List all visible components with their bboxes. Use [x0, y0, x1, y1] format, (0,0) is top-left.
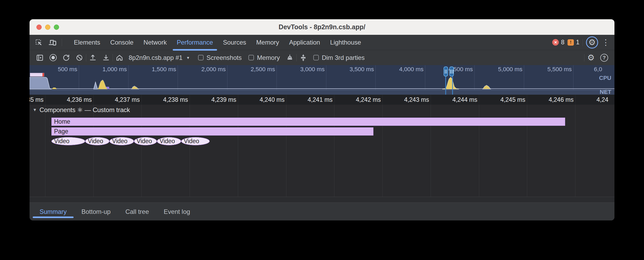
disclosure-triangle-icon: ▼	[33, 108, 37, 112]
feedback-button[interactable]: ?	[599, 53, 609, 62]
overview-tick: 3,000 ms	[290, 66, 325, 73]
screenshots-checkbox[interactable]	[198, 55, 204, 60]
tab-bottom-up[interactable]: Bottom-up	[74, 203, 118, 220]
memory-checkbox[interactable]	[248, 55, 254, 60]
custom-track-header[interactable]: ▼ Components ⚛ — Custom track	[33, 106, 130, 114]
ruler-tick: 4,24	[597, 95, 614, 105]
flame-chart-area[interactable]: ▼ Components ⚛ — Custom track Home Page …	[30, 105, 614, 197]
history-selected-item: 8p2n9n.csb.app #1	[129, 54, 182, 61]
timeline-overview[interactable]: 500 ms 1,000 ms 1,500 ms 2,000 ms 2,500 …	[30, 65, 614, 95]
error-icon: ✕	[552, 39, 559, 46]
clear-icon	[76, 54, 83, 61]
overview-tick: 2,000 ms	[191, 66, 226, 73]
upload-icon	[89, 54, 97, 62]
error-count: 8	[561, 39, 564, 46]
ruler-tick: 4,240 ms	[249, 95, 285, 105]
dim-3rd-parties-checkbox[interactable]	[313, 55, 319, 60]
details-pane-strip	[30, 197, 614, 203]
tab-application[interactable]: Application	[284, 35, 325, 50]
track-entry-video[interactable]: Video	[134, 137, 157, 145]
devtools-settings-button[interactable]: ⚙	[586, 36, 598, 49]
device-toolbar-icon	[48, 38, 57, 47]
history-dropdown[interactable]: 8p2n9n.csb.app #1 ▼	[129, 54, 190, 61]
memory-label: Memory	[257, 54, 280, 61]
kebab-menu-icon: ⋮	[602, 38, 610, 47]
track-entry-video[interactable]: Video	[181, 137, 210, 145]
toolbar-divider-3	[296, 54, 297, 61]
capture-settings-button[interactable]: ⚙	[586, 53, 596, 62]
tab-performance[interactable]: Performance	[172, 35, 218, 50]
collect-garbage-button[interactable]	[285, 53, 295, 62]
dim-3rd-parties-checkbox-group[interactable]: Dim 3rd parties	[313, 54, 365, 61]
dim-3rd-parties-label: Dim 3rd parties	[322, 54, 365, 61]
tab-call-tree[interactable]: Call tree	[118, 203, 156, 220]
track-entry-page[interactable]: Page	[51, 127, 373, 136]
toolbar-divider-1	[86, 54, 86, 61]
devtools-tabbar: Elements Console Network Performance Sou…	[30, 35, 614, 50]
record-button[interactable]	[48, 53, 58, 62]
track-entry-home[interactable]: Home	[51, 118, 565, 126]
device-toolbar-button[interactable]	[48, 38, 57, 47]
memory-checkbox-group[interactable]: Memory	[248, 54, 280, 61]
gear-icon: ⚙	[588, 38, 596, 46]
custom-track-title: Components ⚛ — Custom track	[40, 106, 130, 114]
details-tabbar: Summary Bottom-up Call tree Event log	[30, 203, 614, 220]
close-window-button[interactable]	[36, 25, 42, 30]
track-entry-video[interactable]: Video	[157, 137, 181, 145]
tab-lighthouse[interactable]: Lighthouse	[325, 35, 366, 50]
help-icon: ?	[600, 54, 608, 62]
overview-tick: 3,500 ms	[340, 66, 374, 73]
toggle-sidebar-button[interactable]	[35, 53, 45, 62]
net-lane-label: NET	[600, 89, 611, 95]
track-entry-video[interactable]: Video	[85, 137, 109, 145]
overview-tick: 1,500 ms	[142, 66, 176, 73]
titlebar: DevTools - 8p2n9n.csb.app/	[30, 19, 614, 35]
inspect-element-button[interactable]	[34, 38, 43, 47]
timeline-ruler: 35 ms 4,236 ms 4,237 ms 4,238 ms 4,239 m…	[30, 95, 614, 105]
selection-window-right-handle[interactable]	[449, 66, 454, 76]
minimize-window-button[interactable]	[45, 25, 50, 30]
tab-event-log[interactable]: Event log	[156, 203, 198, 220]
track-entry-video[interactable]: Video	[51, 137, 85, 145]
active-tab-underline	[173, 49, 217, 51]
ruler-tick: 4,236 ms	[56, 95, 92, 105]
toolbar-right-group: ⚙ ?	[584, 53, 611, 62]
ruler-tick: 4,241 ms	[297, 95, 333, 105]
tab-network[interactable]: Network	[138, 35, 172, 50]
ruler-tick: 4,238 ms	[153, 95, 188, 105]
tabbar-divider	[62, 39, 62, 46]
selection-window-left-handle[interactable]	[444, 66, 448, 76]
devtools-menu-button[interactable]: ⋮	[601, 38, 610, 47]
window-title: DevTools - 8p2n9n.csb.app/	[279, 23, 366, 31]
track-entry-video[interactable]: Video	[109, 137, 134, 145]
live-metrics-button[interactable]	[115, 53, 124, 62]
tab-console[interactable]: Console	[105, 35, 138, 50]
save-profile-button[interactable]	[101, 53, 111, 62]
overview-tick: 6,0	[594, 66, 614, 73]
tab-sources[interactable]: Sources	[218, 35, 251, 50]
issues-indicator[interactable]: ! 1	[568, 39, 579, 46]
console-errors-indicator[interactable]: ✕ 8	[552, 39, 564, 46]
load-profile-button[interactable]	[88, 53, 98, 62]
traffic-lights	[36, 19, 59, 35]
clear-recording-button[interactable]	[75, 53, 84, 62]
tab-elements[interactable]: Elements	[69, 35, 105, 50]
active-bottom-tab-underline	[33, 216, 74, 218]
tabbar-icon-group	[30, 35, 66, 50]
tab-memory[interactable]: Memory	[251, 35, 284, 50]
record-and-reload-button[interactable]	[61, 53, 71, 62]
ruler-tick: 4,237 ms	[104, 95, 140, 105]
devtools-window: DevTools - 8p2n9n.csb.app/ Elements C	[30, 19, 614, 220]
screenshots-checkbox-group[interactable]: Screenshots	[198, 54, 242, 61]
inspect-icon	[35, 38, 43, 46]
gear-icon: ⚙	[587, 54, 595, 62]
panel-tabs: Elements Console Network Performance Sou…	[69, 35, 366, 50]
ruler-tick: 35 ms	[30, 95, 44, 105]
ruler-tick: 4,244 ms	[442, 95, 477, 105]
zoom-window-button[interactable]	[54, 25, 59, 30]
overview-tick: 500 ms	[43, 66, 77, 73]
tab-summary[interactable]: Summary	[32, 203, 74, 220]
shortcuts-dialog-button[interactable]	[299, 53, 308, 62]
toolbar-divider-4	[584, 54, 584, 61]
reload-icon	[62, 54, 70, 62]
